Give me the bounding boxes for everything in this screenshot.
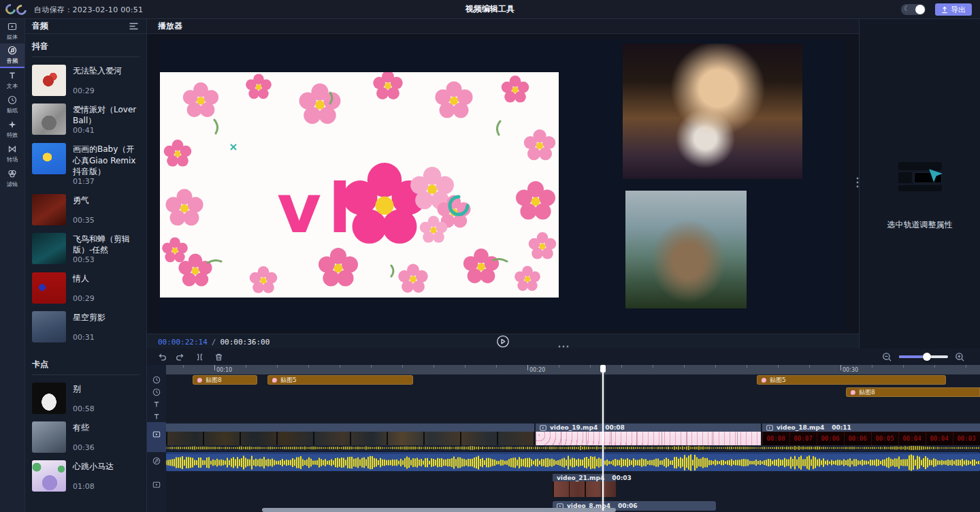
undo-button[interactable]: [157, 352, 167, 362]
rail-item-sticker[interactable]: 贴纸: [0, 93, 24, 117]
zoom-in-icon[interactable]: [955, 352, 965, 362]
audio-thumbnail: [32, 194, 66, 225]
sticker-icon: [7, 95, 17, 105]
sort-list-icon[interactable]: [129, 22, 138, 30]
timeline-panel: 00:10 00:20 00:30 贴图8 贴图5 贴图5 贴图8: [147, 349, 980, 512]
audio-title: 勇气: [73, 195, 95, 206]
video-clip-label[interactable]: [166, 423, 534, 432]
timeline-ruler[interactable]: 00:10 00:20 00:30: [166, 365, 980, 374]
play-button[interactable]: [497, 335, 510, 348]
video-clip-label[interactable]: video_19.mp4 00:08: [536, 423, 761, 432]
audio-duration: 00:29: [73, 294, 95, 303]
vertical-resize-handle[interactable]: [856, 177, 859, 188]
zoom-slider-knob[interactable]: [923, 353, 931, 361]
timeline-scrollbar[interactable]: [262, 508, 616, 512]
audio-item[interactable]: 飞鸟和蝉（剪辑版）-任然 00:53: [32, 233, 140, 265]
rail-item-media[interactable]: 媒体: [0, 19, 24, 44]
countdown-frame: 00:07: [794, 435, 812, 442]
countdown-frame: 00:04: [930, 435, 948, 442]
video-clip-filmstrip[interactable]: [166, 432, 534, 445]
audio-thumbnail: [32, 65, 66, 96]
split-clip-button[interactable]: [195, 352, 205, 362]
timeline-body: 00:10 00:20 00:30 贴图8 贴图5 贴图5 贴图8: [147, 365, 980, 512]
audio-thumbnail: [32, 272, 66, 304]
countdown-frame: 00:08: [766, 435, 785, 442]
clip-video-icon: [766, 425, 773, 431]
audio-item[interactable]: 勇气 00:35: [32, 194, 140, 225]
audio-item[interactable]: 情人 00:29: [32, 272, 140, 304]
video-clip-filmstrip[interactable]: [536, 432, 761, 445]
clip-name: video_19.mp4: [550, 424, 598, 431]
delete-button[interactable]: [214, 352, 224, 362]
clip-duration: 00:06: [618, 502, 638, 509]
app-title: 视频编辑工具: [0, 3, 980, 15]
audio-item[interactable]: 有些 00:36: [32, 421, 140, 453]
timeline-zoom-controls: [882, 349, 965, 365]
clip-name: video_18.mp4: [777, 424, 824, 431]
rail-item-effects[interactable]: 特效: [0, 117, 24, 142]
audio-item[interactable]: 画画的Baby（开心真Giao Remix抖音版） 01:37: [32, 143, 140, 187]
sticker-clip-label: 贴图5: [280, 376, 297, 385]
video-track-icon: [152, 481, 161, 489]
playhead[interactable]: [600, 365, 606, 511]
sticker-clip[interactable]: 贴图8: [193, 375, 257, 385]
rail-item-transition[interactable]: 转场: [0, 142, 24, 166]
toggle-knob[interactable]: [915, 5, 925, 14]
video-clip-filmstrip[interactable]: [553, 481, 616, 497]
filter-icon: [7, 169, 17, 178]
timecode-current: 00:00:22:14: [158, 338, 208, 347]
video-clip-label[interactable]: video_18.mp4 00:11: [762, 423, 980, 432]
transition-icon: [7, 144, 17, 154]
sticker-clip[interactable]: 贴图5: [267, 375, 413, 385]
audio-thumbnail: [32, 103, 66, 135]
preview-marmot-video[interactable]: [625, 191, 747, 308]
audio-item[interactable]: 心跳小马达 01:08: [32, 460, 140, 492]
topbar-actions: ☾ 导出: [901, 0, 972, 19]
timecode-separator: /: [212, 338, 216, 347]
kadian-list: 别 00:58 有些 00:36 心跳小马达 01:08: [25, 383, 146, 492]
section-title-kadian: 卡点: [25, 352, 146, 374]
preview-canvas[interactable]: vl: [159, 39, 845, 330]
audio-item[interactable]: 爱情派对（Lover Ball） 00:41: [32, 103, 140, 135]
audio-title: 爱情派对（Lover Ball）: [73, 104, 140, 126]
sticker-clip[interactable]: 贴图8: [846, 387, 980, 397]
zoom-slider[interactable]: [899, 355, 948, 358]
clip-duration: 00:08: [605, 424, 625, 431]
video-clip-filmstrip[interactable]: 00:08 00:07 00:06 00:06 00:05 00:04 00:0…: [762, 432, 980, 445]
redo-button[interactable]: [176, 352, 186, 362]
sticker-glyph-icon: [762, 378, 766, 383]
theme-toggle[interactable]: ☾: [901, 4, 926, 15]
ruler-label: 00:20: [529, 367, 545, 373]
audio-duration: 00:41: [73, 126, 140, 135]
audio-duration: 00:36: [73, 443, 95, 452]
audio-item[interactable]: 无法坠入爱河 00:29: [32, 65, 140, 96]
audio-item[interactable]: 别 00:58: [32, 383, 140, 414]
audio-duration: 00:58: [73, 404, 95, 413]
video-clip-label[interactable]: video_21.mp4 00:03: [553, 474, 616, 481]
text-icon: [7, 71, 17, 80]
sticker-clip[interactable]: 贴图5: [757, 375, 946, 385]
audio-title: 星空剪影: [73, 312, 105, 323]
sticker-clip-label: 贴图8: [206, 376, 222, 385]
rail-item-audio[interactable]: 音频: [0, 44, 24, 68]
upload-icon: [941, 6, 948, 14]
preview-flower-vlog-video[interactable]: vl: [160, 72, 559, 298]
zoom-out-icon[interactable]: [882, 352, 892, 362]
preview-laughing-man-video[interactable]: [623, 44, 802, 179]
sticker-glyph-icon: [197, 378, 202, 383]
export-label: 导出: [951, 5, 966, 15]
rail-item-filter[interactable]: 滤镜: [0, 166, 24, 191]
timeline-toolbar: [147, 349, 980, 365]
audio-track-icon: [152, 457, 161, 465]
music-audio-track[interactable]: [166, 452, 980, 471]
rail-item-text[interactable]: 文本: [0, 68, 24, 93]
sticker-glyph-icon: [272, 378, 277, 383]
horizontal-resize-handle[interactable]: [558, 345, 569, 348]
embedded-audio-waveform: [166, 445, 980, 451]
export-button[interactable]: 导出: [935, 3, 972, 16]
audio-title: 心跳小马达: [73, 461, 114, 472]
sticker-track-icon: [152, 388, 161, 396]
audio-item[interactable]: 星空剪影 00:31: [32, 311, 140, 342]
video-track-icon: [152, 430, 161, 438]
tool-rail: 媒体 音频 文本 贴纸 特效: [0, 19, 24, 512]
